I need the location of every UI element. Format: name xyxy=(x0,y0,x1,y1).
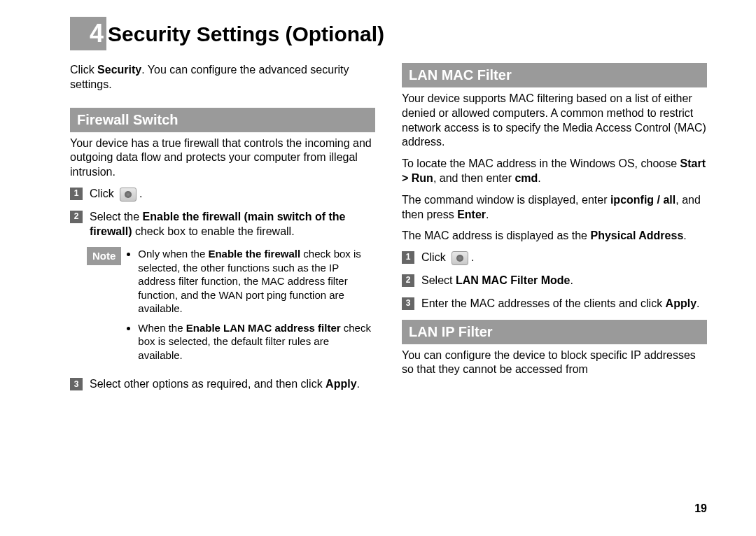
firewall-icon xyxy=(120,188,136,202)
list-item: 3 Select other options as required, and … xyxy=(70,377,375,392)
list-item: 1 Click . xyxy=(402,251,707,265)
firewall-desc: Your device has a true firewall that con… xyxy=(70,136,375,180)
step-text: Select the Enable the firewall (main swi… xyxy=(90,210,375,239)
text: . xyxy=(696,297,699,309)
text: . xyxy=(538,172,540,184)
lan-ip-filter-heading: LAN IP Filter xyxy=(402,320,707,344)
mac-p4: The MAC address is displayed as the Phys… xyxy=(402,229,707,244)
text: Select other options as required, and th… xyxy=(90,378,326,390)
page-root: 4 Security Settings (Optional) Click Sec… xyxy=(0,0,756,435)
text: When the xyxy=(138,322,186,334)
step-number-3: 3 xyxy=(402,297,414,310)
mac-steps: 1 Click . 2 Select LAN MAC Filter Mode. … xyxy=(402,251,707,311)
bold-text: LAN MAC Filter Mode xyxy=(456,274,570,286)
step-number-2: 2 xyxy=(402,274,414,287)
lan-mac-filter-heading: LAN MAC Filter xyxy=(402,63,707,87)
mac-filter-icon xyxy=(451,251,468,265)
text: Select the xyxy=(90,211,143,223)
text: Enter the MAC addresses of the clients a… xyxy=(421,297,666,309)
list-item: 2 Select the Enable the firewall (main s… xyxy=(70,210,375,239)
security-label: Security xyxy=(97,64,141,76)
text: Click xyxy=(90,188,117,199)
chapter-title: Security Settings (Optional) xyxy=(108,20,384,48)
chapter-heading: 4 Security Settings (Optional) xyxy=(70,17,707,50)
bold-text: Enable LAN MAC address filter xyxy=(186,322,341,334)
firewall-steps-cont: 3 Select other options as required, and … xyxy=(70,377,375,392)
text: Only when the xyxy=(138,248,208,260)
step-number-1: 1 xyxy=(70,188,83,200)
text: The command window is displayed, enter xyxy=(402,194,610,206)
text: . xyxy=(357,378,360,390)
note-body: Only when the Enable the firewall check … xyxy=(121,247,375,367)
text: Click xyxy=(70,64,97,76)
text: . xyxy=(139,188,142,199)
list-item: 1 Click . xyxy=(70,187,375,202)
ip-p1: You can configure the device to block sp… xyxy=(402,348,707,378)
step-text: Select LAN MAC Filter Mode. xyxy=(421,274,707,288)
page-number: 19 xyxy=(694,502,707,516)
mac-p2: To locate the MAC address in the Windows… xyxy=(402,157,707,186)
text: check box to enable the firewall. xyxy=(132,225,294,237)
step-number-1: 1 xyxy=(402,251,414,264)
step-text: Select other options as required, and th… xyxy=(90,377,375,392)
text: , and then enter xyxy=(433,172,515,184)
note-block: Note Only when the Enable the firewall c… xyxy=(70,247,375,367)
step-number-2: 2 xyxy=(70,211,83,223)
mac-p1: Your device supports MAC filtering based… xyxy=(402,92,707,150)
note-item: Only when the Enable the firewall check … xyxy=(138,247,375,316)
step-number-3: 3 xyxy=(70,378,83,390)
firewall-steps: 1 Click . 2 Select the Enable the firewa… xyxy=(70,187,375,239)
text: . xyxy=(570,274,573,286)
text: . xyxy=(683,230,686,241)
bold-text: Physical Address xyxy=(590,230,683,241)
bold-text: Apply xyxy=(666,297,696,309)
text: . xyxy=(471,251,474,263)
intro-text: Click Security. You can configure the ad… xyxy=(70,63,375,92)
bold-text: Apply xyxy=(326,378,356,390)
text: The MAC address is displayed as the xyxy=(402,230,590,241)
bold-text: Enable the firewall xyxy=(208,248,300,260)
text: . xyxy=(486,209,489,220)
text: Click xyxy=(421,251,449,263)
note-item: When the Enable LAN MAC address filter c… xyxy=(138,321,375,362)
text: To locate the MAC address in the Windows… xyxy=(402,157,680,169)
bold-text: Enter xyxy=(457,209,486,220)
mac-p3: The command window is displayed, enter i… xyxy=(402,193,707,223)
firewall-switch-heading: Firewall Switch xyxy=(70,108,375,132)
step-text: Enter the MAC addresses of the clients a… xyxy=(421,297,707,311)
list-item: 2 Select LAN MAC Filter Mode. xyxy=(402,274,707,288)
right-column: LAN MAC Filter Your device supports MAC … xyxy=(402,63,707,400)
step-text: Click . xyxy=(421,251,707,265)
note-label: Note xyxy=(87,247,121,265)
bold-text: ipconfig / all xyxy=(610,194,676,206)
left-column: Click Security. You can configure the ad… xyxy=(70,63,375,400)
step-text: Click . xyxy=(90,187,375,202)
chapter-number: 4 xyxy=(70,17,106,50)
list-item: 3 Enter the MAC addresses of the clients… xyxy=(402,297,707,311)
bold-text: cmd xyxy=(514,172,538,184)
text: Select xyxy=(421,274,456,286)
two-column-layout: Click Security. You can configure the ad… xyxy=(70,63,707,400)
